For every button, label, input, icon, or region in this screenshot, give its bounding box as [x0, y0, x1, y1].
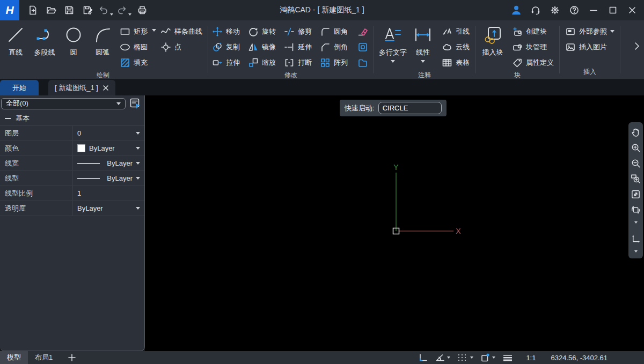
pan-button[interactable]: [630, 126, 642, 138]
array-button[interactable]: 阵列: [319, 55, 355, 70]
new-file-button[interactable]: [24, 2, 42, 18]
polar-tracking-toggle[interactable]: [433, 352, 452, 363]
layout1-tab[interactable]: 布局1: [28, 351, 60, 364]
navigation-toolbar: [628, 122, 643, 258]
break-button[interactable]: 打断: [283, 55, 319, 70]
move-icon: [212, 26, 223, 37]
app-logo[interactable]: H: [0, 0, 19, 20]
orbit-dropdown-button[interactable]: [630, 219, 642, 226]
trim-button[interactable]: 修剪: [283, 24, 319, 39]
object-snap-toggle[interactable]: [478, 352, 497, 363]
ribbon-expand-button[interactable]: [631, 20, 643, 71]
save-button[interactable]: [60, 2, 78, 18]
property-row-layer: 图层 0: [0, 126, 144, 141]
linear-dim-dropdown-icon[interactable]: [421, 60, 425, 63]
mtext-dropdown-icon[interactable]: [391, 60, 395, 63]
create-block-button[interactable]: 创建块: [509, 24, 557, 39]
quick-select-button[interactable]: [128, 97, 143, 110]
print-button[interactable]: [133, 2, 151, 18]
stretch-button[interactable]: 拉伸: [211, 55, 247, 70]
zoom-out-button[interactable]: [630, 157, 642, 169]
ucs-tool-button[interactable]: [630, 233, 642, 244]
line-button[interactable]: 直线: [1, 24, 30, 57]
properties-section-basic[interactable]: 基本: [0, 112, 144, 126]
rectangle-button[interactable]: 矩形: [117, 24, 150, 39]
table-button[interactable]: 表格: [439, 55, 472, 70]
xref-button[interactable]: 外部参照: [562, 24, 617, 39]
lineweight-value-dropdown[interactable]: ByLayer: [72, 156, 144, 170]
quick-launch-input[interactable]: [378, 102, 442, 114]
layer-value-dropdown[interactable]: 0: [72, 126, 144, 140]
linetype-value-dropdown[interactable]: ByLayer: [72, 171, 144, 185]
polyline-button[interactable]: 多段线: [30, 24, 59, 57]
title-bar: H 鸿鹄CAD - [ 新建图纸_1 ]: [0, 0, 644, 20]
tab-document[interactable]: [ 新建图纸_1 ]: [48, 80, 115, 95]
ortho-toggle[interactable]: [416, 352, 430, 363]
revision-cloud-button[interactable]: 云线: [439, 39, 472, 55]
rectangle-dropdown-icon[interactable]: [152, 29, 156, 32]
fillet-button[interactable]: 圆角: [319, 24, 355, 39]
extend-icon: [284, 42, 295, 53]
minimize-button[interactable]: [585, 2, 602, 18]
ellipse-icon: [120, 42, 130, 53]
save-as-button[interactable]: [78, 2, 97, 18]
leader-button[interactable]: 引线: [439, 24, 472, 39]
color-swatch: [77, 144, 85, 152]
insert-block-button[interactable]: 插入块: [478, 24, 507, 57]
selection-filter-dropdown[interactable]: 全部(0): [1, 98, 126, 109]
linetype-scale-field[interactable]: 1: [72, 186, 144, 200]
block-manager-button[interactable]: 块管理: [509, 39, 557, 55]
circle-button[interactable]: 圆: [59, 24, 88, 57]
transparency-value-dropdown[interactable]: ByLayer: [72, 201, 144, 216]
maximize-button[interactable]: [604, 2, 621, 18]
xref-dropdown-icon[interactable]: [610, 30, 614, 33]
rectangle-icon: [120, 26, 130, 37]
insert-image-button[interactable]: 插入图片: [562, 39, 617, 55]
add-layout-button[interactable]: [64, 351, 80, 364]
help-button[interactable]: [566, 2, 583, 18]
model-tab[interactable]: 模型: [0, 351, 28, 364]
support-button[interactable]: [527, 2, 544, 18]
chamfer-button[interactable]: 倒角: [319, 39, 355, 55]
table-icon: [442, 57, 452, 68]
tab-start[interactable]: 开始: [0, 80, 39, 95]
ucs-dropdown-button[interactable]: [630, 248, 642, 255]
ribbon-section-draw: 直线 多段线 圆 圆弧 矩形 椭圆 填充 样条曲线 点: [1, 21, 205, 79]
osnap-icon: [480, 352, 491, 363]
orbit-button[interactable]: [630, 204, 642, 216]
copy-button[interactable]: 复制: [211, 39, 247, 55]
arc-button[interactable]: 圆弧: [88, 24, 117, 57]
open-file-button[interactable]: [42, 2, 60, 18]
tab-close-icon[interactable]: [103, 85, 109, 91]
explode-button[interactable]: [355, 55, 371, 70]
erase-button[interactable]: [355, 24, 371, 39]
mtext-button[interactable]: 多行文字: [377, 24, 409, 63]
zoom-extents-button[interactable]: [630, 188, 642, 200]
zoom-window-icon: [631, 174, 641, 184]
zoom-in-button[interactable]: [630, 142, 642, 153]
undo-button[interactable]: [97, 2, 115, 18]
spline-button[interactable]: 样条曲线: [158, 24, 205, 39]
scale-button[interactable]: 缩放: [247, 55, 283, 70]
color-value-dropdown[interactable]: ByLayer: [72, 141, 144, 155]
point-button[interactable]: 点: [158, 39, 205, 55]
ellipse-button[interactable]: 椭圆: [117, 39, 150, 55]
account-button[interactable]: [508, 2, 525, 18]
grid-snap-toggle[interactable]: [455, 352, 475, 363]
annotation-scale[interactable]: 1:1: [526, 354, 536, 362]
move-button[interactable]: 移动: [211, 24, 247, 39]
hatch-icon: [120, 57, 130, 68]
offset-button[interactable]: [355, 39, 371, 55]
zoom-window-button[interactable]: [630, 173, 642, 184]
redo-button[interactable]: [115, 2, 133, 18]
rotate-button[interactable]: 旋转: [247, 24, 283, 39]
linear-dim-button[interactable]: 线性: [409, 24, 437, 63]
attribute-define-button[interactable]: 属性定义: [509, 55, 557, 70]
extend-button[interactable]: 延伸: [283, 39, 319, 55]
hatch-button[interactable]: 填充: [117, 55, 150, 70]
drawing-canvas[interactable]: 快速启动: Y X: [145, 95, 644, 351]
settings-button[interactable]: [546, 2, 564, 18]
close-button[interactable]: [624, 2, 641, 18]
mirror-button[interactable]: 镜像: [247, 39, 283, 55]
lineweight-display-toggle[interactable]: [500, 352, 515, 363]
